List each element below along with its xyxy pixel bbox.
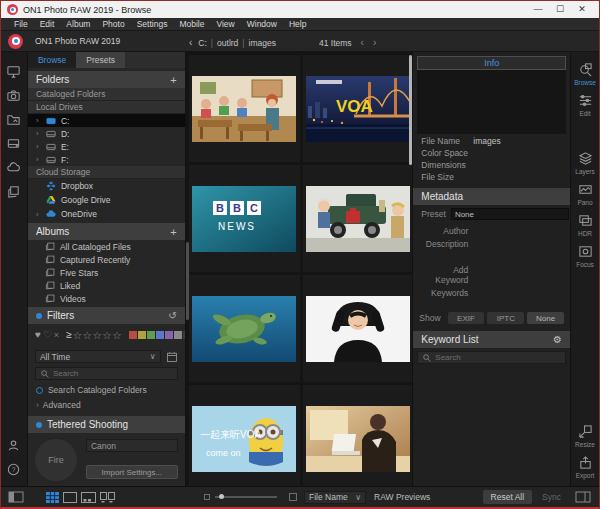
color-swatch-purple[interactable] (165, 331, 173, 339)
metadata-panel-header[interactable]: Metadata (413, 188, 570, 205)
back-chevron-icon[interactable]: ‹ (189, 37, 192, 48)
album-row[interactable]: Videos (28, 292, 185, 305)
breadcrumb-drive[interactable]: C: (198, 38, 207, 48)
filmstrip-view-icon[interactable] (81, 492, 96, 503)
color-swatch-yellow[interactable] (138, 331, 146, 339)
minimize-button[interactable]: — (527, 1, 549, 18)
panel-scrollbar[interactable] (186, 242, 189, 320)
ge-symbol[interactable]: ≥ (66, 329, 72, 340)
filters-search-field[interactable] (35, 367, 178, 380)
drive-row-d[interactable]: › D: (28, 127, 185, 140)
filters-panel-header[interactable]: Filters ↺ (28, 307, 185, 324)
thumbnail-cell[interactable] (303, 165, 413, 272)
thumbnail-cell[interactable] (189, 55, 300, 162)
menu-view[interactable]: View (210, 19, 240, 29)
calendar-icon[interactable] (166, 351, 178, 363)
filters-reset-icon[interactable]: ↺ (168, 310, 176, 321)
maximize-button[interactable]: ☐ (549, 1, 571, 18)
photo-stack-icon[interactable] (6, 184, 21, 199)
module-layers[interactable]: Layers (575, 151, 595, 175)
folder-share-icon[interactable] (6, 112, 21, 127)
album-row[interactable]: All Cataloged Files (28, 240, 185, 253)
color-swatch-blue[interactable] (156, 331, 164, 339)
camera-name-field[interactable]: Canon (86, 439, 178, 452)
star-rating-filter[interactable]: ☆☆☆☆☆ (73, 329, 123, 341)
local-drives-header[interactable]: Local Drives (28, 101, 185, 114)
color-swatch-red[interactable] (129, 331, 137, 339)
thumbnail-cell[interactable]: 一起来听VOA come on (189, 385, 300, 486)
grid-scrollbar[interactable] (409, 55, 412, 165)
add-folder-button[interactable]: + (170, 74, 176, 86)
module-hdr[interactable]: HDR (578, 213, 593, 237)
cloud-row-googledrive[interactable]: Google Drive (28, 193, 185, 207)
module-browse[interactable]: Browse (574, 62, 596, 86)
not-liked-filter-icon[interactable]: ♡ (43, 329, 52, 340)
album-row[interactable]: Liked (28, 279, 185, 292)
module-pano[interactable]: Pano (577, 182, 592, 206)
module-export[interactable]: Export (576, 455, 595, 479)
module-resize[interactable]: Resize (575, 424, 595, 448)
sort-by-select[interactable]: File Name ∨ (304, 491, 366, 504)
cloud-row-onedrive[interactable]: › OneDrive (28, 207, 185, 221)
albums-panel-header[interactable]: Albums + (28, 223, 185, 240)
drive-row-e[interactable]: › E: (28, 140, 185, 153)
thumb-man-laptop[interactable] (306, 406, 410, 472)
detail-view-icon[interactable] (63, 492, 77, 503)
next-arrow-icon[interactable]: › (373, 37, 376, 48)
thumbnail-size-slider[interactable] (215, 496, 277, 498)
time-range-select[interactable]: All Time ∨ (35, 350, 161, 363)
tab-presets[interactable]: Presets (76, 52, 125, 68)
slider-knob[interactable] (219, 494, 224, 499)
breadcrumb-current[interactable]: images (249, 38, 276, 48)
thumbnail-cell[interactable] (189, 275, 300, 382)
camera-icon[interactable] (6, 88, 21, 103)
sync-button[interactable]: Sync (542, 492, 561, 502)
keyword-search-field[interactable] (417, 351, 566, 364)
keyword-search-input[interactable] (435, 353, 525, 362)
menu-mobile[interactable]: Mobile (173, 19, 210, 29)
advanced-toggle[interactable]: › Advanced (28, 400, 185, 410)
drive-row-c[interactable]: › C: (28, 114, 185, 127)
expand-chevron-icon[interactable]: › (36, 142, 45, 151)
cloud-row-dropbox[interactable]: Dropbox (28, 179, 185, 193)
add-album-button[interactable]: + (170, 226, 176, 238)
expand-chevron-icon[interactable]: › (36, 155, 45, 164)
keyword-settings-gear-icon[interactable]: ⚙ (553, 334, 562, 345)
cloud-icon[interactable] (6, 160, 21, 175)
hard-drive-icon[interactable] (6, 136, 21, 151)
search-scope-option[interactable]: Search Cataloged Folders (28, 385, 185, 395)
thumb-bbc-news[interactable]: B B C NEWS (192, 186, 296, 252)
liked-filter-icon[interactable]: ♥ (35, 329, 41, 340)
color-swatch-green[interactable] (147, 331, 155, 339)
album-row[interactable]: Captured Recently (28, 253, 185, 266)
thumbnail-cell[interactable]: VOA (303, 55, 413, 162)
toggle-left-panel-icon[interactable] (8, 491, 24, 503)
expand-chevron-icon[interactable]: › (36, 210, 45, 219)
none-button[interactable]: None (527, 312, 564, 324)
menu-help[interactable]: Help (283, 19, 312, 29)
module-edit[interactable]: Edit (578, 93, 593, 117)
filters-toggle-dot[interactable] (36, 313, 42, 319)
keyword-list-panel-header[interactable]: Keyword List ⚙ (413, 331, 570, 348)
folders-panel-header[interactable]: Folders + (28, 71, 185, 88)
breadcrumb-folder[interactable]: outlrd (217, 38, 238, 48)
thumbnail-cell[interactable] (303, 385, 413, 486)
thumbnail-cell[interactable] (303, 275, 413, 382)
exif-button[interactable]: EXIF (448, 312, 485, 324)
user-icon[interactable] (6, 438, 21, 453)
album-row[interactable]: Five Stars (28, 266, 185, 279)
toggle-right-panel-icon[interactable] (575, 491, 591, 503)
iptc-button[interactable]: IPTC (487, 312, 524, 324)
menu-window[interactable]: Window (241, 19, 283, 29)
drive-row-f[interactable]: › F: (28, 153, 185, 166)
raw-previews-label[interactable]: RAW Previews (374, 492, 430, 502)
expand-chevron-icon[interactable]: › (36, 129, 45, 138)
grid-view-icon[interactable] (46, 492, 59, 503)
tab-browse[interactable]: Browse (28, 52, 76, 68)
expand-chevron-icon[interactable]: › (36, 116, 45, 125)
prev-arrow-icon[interactable]: ‹ (361, 37, 364, 48)
help-icon[interactable]: ? (6, 462, 21, 477)
menu-file[interactable]: File (8, 19, 34, 29)
compare-view-icon[interactable] (100, 492, 115, 503)
thumb-voa-bridge[interactable]: VOA (306, 76, 410, 142)
